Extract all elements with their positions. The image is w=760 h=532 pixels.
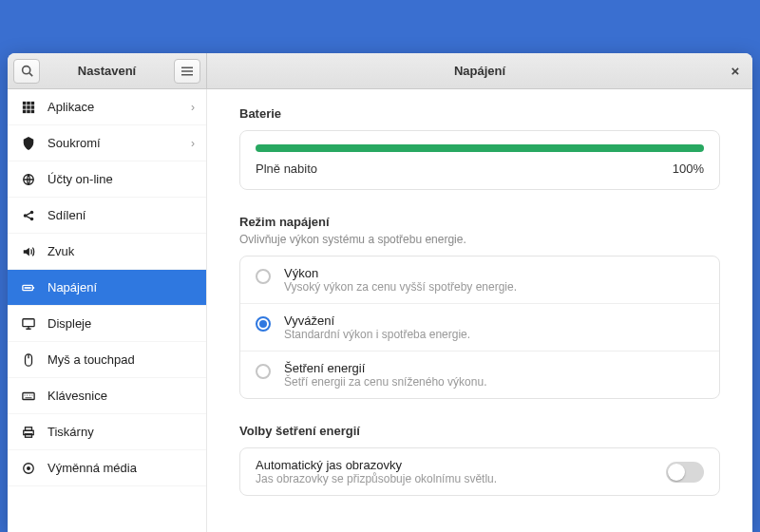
battery-percent: 100%	[673, 162, 704, 176]
battery-section-title: Baterie	[239, 106, 720, 121]
chevron-right-icon: ›	[191, 101, 195, 114]
power-mode-option[interactable]: VýkonVysoký výkon za cenu vyšší spotřeby…	[240, 256, 719, 304]
battery-bar-fill	[256, 144, 704, 152]
sidebar-item-label: Zvuk	[48, 244, 74, 258]
left-title: Nastavení	[46, 64, 168, 78]
radio-title: Výkon	[284, 266, 517, 280]
nav-icon	[21, 461, 36, 476]
settings-window: Nastavení Napájení × Aplikace›Soukromí›Ú…	[8, 53, 752, 532]
auto-brightness-desc: Jas obrazovky se přizpůsobuje okolnímu s…	[256, 472, 666, 485]
right-title: Napájení	[207, 64, 752, 78]
sidebar-item-label: Soukromí	[48, 136, 101, 150]
search-button[interactable]	[13, 59, 40, 84]
sidebar-item-myš-a-touchpad[interactable]: Myš a touchpad	[8, 342, 206, 378]
svg-rect-26	[26, 427, 32, 430]
nav-icon	[21, 172, 36, 187]
headerbar-left: Nastavení	[8, 53, 207, 88]
nav-icon	[21, 316, 36, 332]
radio-desc: Vysoký výkon za cenu vyšší spotřeby ener…	[284, 280, 517, 294]
sidebar-item-aplikace[interactable]: Aplikace›	[8, 89, 206, 125]
svg-rect-9	[27, 105, 30, 109]
radio-texts: VýkonVysoký výkon za cenu vyšší spotřeby…	[284, 266, 517, 294]
nav-icon	[21, 208, 36, 223]
svg-rect-12	[27, 109, 30, 113]
sidebar-item-label: Sdílení	[48, 208, 86, 222]
sidebar-item-label: Napájení	[48, 280, 97, 294]
sidebar-item-zvuk[interactable]: Zvuk	[8, 234, 206, 270]
svg-rect-11	[23, 109, 27, 113]
radio-texts: VyváženíStandardní výkon i spotřeba ener…	[284, 314, 470, 341]
svg-rect-10	[31, 105, 35, 109]
search-icon	[21, 65, 33, 77]
window-body: Aplikace›Soukromí›Účty on-lineSdíleníZvu…	[8, 89, 752, 532]
radio-icon	[256, 316, 271, 332]
svg-rect-24	[23, 392, 34, 399]
svg-rect-7	[31, 101, 35, 104]
sidebar-item-label: Tiskárny	[48, 425, 94, 439]
auto-brightness-toggle[interactable]	[666, 462, 704, 483]
svg-rect-8	[23, 105, 27, 109]
auto-brightness-texts: Automatický jas obrazovky Jas obrazovky …	[256, 458, 666, 485]
svg-rect-21	[23, 318, 34, 326]
hamburger-icon	[181, 66, 193, 77]
sidebar-item-tiskárny[interactable]: Tiskárny	[8, 414, 206, 450]
nav-icon	[21, 389, 36, 404]
close-button[interactable]: ×	[726, 62, 745, 81]
svg-line-1	[28, 73, 31, 76]
svg-rect-2	[181, 66, 193, 68]
sidebar-item-label: Výměnná média	[48, 461, 137, 475]
svg-point-29	[28, 466, 30, 469]
svg-rect-27	[26, 433, 32, 437]
power-mode-option[interactable]: Šetření energiíŠetří energii za cenu sní…	[240, 352, 719, 398]
power-mode-option[interactable]: VyváženíStandardní výkon i spotřeba ener…	[240, 304, 719, 352]
battery-status-text: Plně nabito	[256, 162, 317, 176]
svg-rect-5	[23, 101, 27, 104]
sidebar-item-label: Účty on-line	[48, 172, 113, 186]
radio-desc: Standardní výkon i spotřeba energie.	[284, 328, 470, 341]
menu-button[interactable]	[174, 59, 200, 84]
sidebar-item-účty-on-line[interactable]: Účty on-line	[8, 162, 206, 198]
sidebar-item-sdílení[interactable]: Sdílení	[8, 198, 206, 234]
nav-icon	[21, 425, 36, 440]
sidebar-item-label: Klávesnice	[48, 389, 107, 403]
nav-icon	[21, 280, 36, 295]
radio-desc: Šetří energii za cenu sníženého výkonu.	[284, 375, 486, 389]
chevron-right-icon: ›	[191, 137, 195, 150]
auto-brightness-title: Automatický jas obrazovky	[256, 458, 666, 472]
sidebar-item-label: Aplikace	[48, 100, 94, 114]
radio-icon	[256, 269, 271, 284]
sidebar-item-label: Displeje	[48, 316, 91, 331]
power-saving-section-title: Volby šetření energií	[239, 424, 720, 438]
svg-rect-19	[32, 287, 34, 289]
sidebar-item-displeje[interactable]: Displeje	[8, 306, 206, 342]
sidebar-item-soukromí[interactable]: Soukromí›	[8, 125, 206, 162]
radio-texts: Šetření energiíŠetří energii za cenu sní…	[284, 361, 486, 389]
radio-title: Šetření energií	[284, 361, 486, 375]
headerbar: Nastavení Napájení ×	[8, 53, 752, 89]
radio-icon	[256, 364, 271, 379]
sidebar-item-label: Myš a touchpad	[48, 352, 135, 367]
radio-title: Vyvážení	[284, 314, 470, 328]
content-area: Baterie Plně nabito 100% Režim napájení …	[207, 89, 752, 532]
sidebar-item-napájení[interactable]: Napájení	[8, 270, 206, 306]
svg-rect-20	[25, 287, 31, 289]
sidebar-item-výměnná-média[interactable]: Výměnná média	[8, 450, 206, 486]
svg-rect-3	[181, 70, 193, 72]
nav-icon	[21, 244, 36, 259]
nav-icon	[21, 352, 36, 368]
power-mode-list: VýkonVysoký výkon za cenu vyšší spotřeby…	[239, 256, 720, 399]
nav-icon	[21, 100, 36, 115]
close-icon: ×	[732, 63, 740, 79]
battery-card: Plně nabito 100%	[239, 130, 720, 190]
svg-rect-13	[31, 109, 35, 113]
power-mode-section-subtitle: Ovlivňuje výkon systému a spotřebu energ…	[239, 233, 720, 246]
sidebar: Aplikace›Soukromí›Účty on-lineSdíleníZvu…	[8, 89, 207, 532]
battery-status-row: Plně nabito 100%	[256, 162, 704, 176]
svg-point-0	[22, 66, 29, 74]
svg-rect-6	[27, 101, 30, 104]
svg-rect-4	[181, 74, 193, 76]
nav-icon	[21, 136, 36, 151]
battery-bar-track	[256, 144, 704, 152]
power-mode-section-title: Režim napájení	[239, 215, 720, 229]
sidebar-item-klávesnice[interactable]: Klávesnice	[8, 378, 206, 414]
